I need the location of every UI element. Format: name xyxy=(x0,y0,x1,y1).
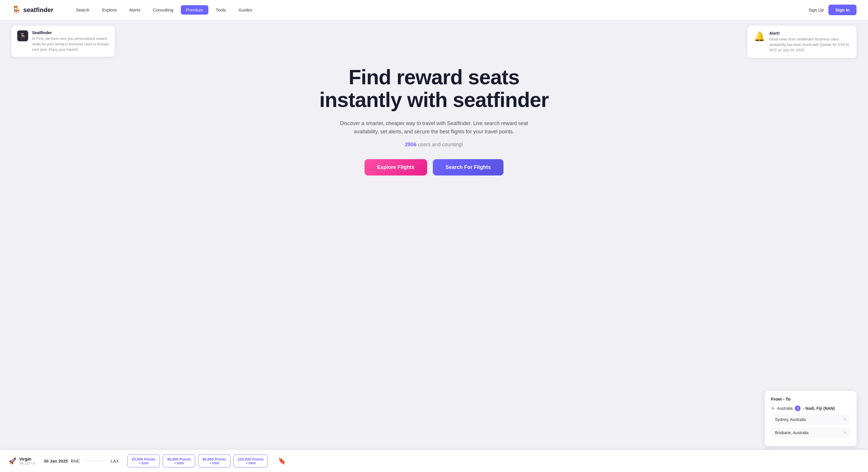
fromto-route-row: ✈ Australia 2 - Nadi, Fiji (NAN) xyxy=(771,405,850,411)
logo[interactable]: 🪑 seatfinder xyxy=(11,5,53,14)
nav-alerts[interactable]: Alerts xyxy=(124,5,146,14)
points-badge-2[interactable]: 40,000 Points + $200 xyxy=(163,454,195,467)
flight-points: 25,000 Points + $150 40,000 Points + $20… xyxy=(127,454,268,467)
points-2-label: 40,000 Points xyxy=(167,457,191,461)
hero-title: Find reward seats instantly with seatfin… xyxy=(319,66,549,111)
signup-link[interactable]: Sign Up xyxy=(809,7,824,12)
fromto-count-badge: 2 xyxy=(795,405,801,411)
notification-left: 🪑 Seatfinder Hi Finn, we have sent you p… xyxy=(11,26,115,57)
airline-icon: 🚀 xyxy=(9,458,17,465)
fromto-location-1-label: Sydney, Australia xyxy=(775,417,806,422)
airline-code: VA 123 • 6 xyxy=(19,461,35,465)
flight-date: 30 Jan 2025 xyxy=(43,459,68,463)
main-content: 🪑 Seatfinder Hi Finn, we have sent you p… xyxy=(0,20,868,472)
logo-text: seatfinder xyxy=(23,6,53,14)
search-flights-button[interactable]: Search For Flights xyxy=(433,159,503,175)
nav-tools[interactable]: Tools xyxy=(211,5,231,14)
fromto-title: From - To xyxy=(771,397,850,401)
route-line xyxy=(84,461,106,461)
notif-right-text: Alert! Great news from Seatfinder! Busin… xyxy=(769,31,850,53)
notif-left-body: Hi Finn, we have sent you personalised r… xyxy=(32,36,109,52)
notif-right-title: Alert! xyxy=(769,31,850,36)
nav-explore[interactable]: Explore xyxy=(97,5,122,14)
nav-links: Search Explore Alerts Consulting Premium… xyxy=(71,5,808,14)
flight-from: BNE xyxy=(71,459,80,463)
points-1-label: 25,000 Points xyxy=(132,457,156,461)
nav-consulting[interactable]: Consulting xyxy=(148,5,179,14)
bell-icon: 🔔 xyxy=(754,31,765,42)
fromto-destination: - Nadi, Fiji (NAN) xyxy=(803,406,834,411)
remove-location-1-button[interactable]: × xyxy=(844,417,846,422)
remove-location-2-button[interactable]: × xyxy=(844,430,846,435)
airline-name: Virgin xyxy=(19,457,35,461)
points-4-cost: + $450 xyxy=(238,461,264,465)
hero-buttons: Explore Flights Search For Flights xyxy=(319,159,549,175)
plane-icon: ✈ xyxy=(771,406,775,411)
flight-card: 🚀 Virgin VA 123 • 6 30 Jan 2025 BNE LAX … xyxy=(0,450,868,472)
flight-to: LAX xyxy=(111,459,119,463)
notification-right: 🔔 Alert! Great news from Seatfinder! Bus… xyxy=(747,26,857,58)
fromto-widget: From - To ✈ Australia 2 - Nadi, Fiji (NA… xyxy=(765,391,857,446)
points-1-cost: + $150 xyxy=(132,461,156,465)
points-3-label: 90,000 Points xyxy=(203,457,226,461)
points-badge-3[interactable]: 90,000 Points + $300 xyxy=(198,454,230,467)
flight-airline: 🚀 Virgin VA 123 • 6 xyxy=(9,457,35,465)
points-badge-4[interactable]: 120,000 Points + $450 xyxy=(234,454,268,467)
user-count-suffix: users and counting! xyxy=(416,142,463,147)
fromto-location-2: Brisbane, Australia × xyxy=(771,427,850,438)
notif-left-text: Seatfinder Hi Finn, we have sent you per… xyxy=(32,30,109,52)
signin-button[interactable]: Sign In xyxy=(828,5,857,15)
hero-count: 2806 users and counting! xyxy=(319,142,549,148)
points-2-cost: + $200 xyxy=(167,461,191,465)
bookmark-icon[interactable]: 🔖 xyxy=(278,458,286,465)
nav-guides[interactable]: Guides xyxy=(234,5,257,14)
points-badge-1[interactable]: 25,000 Points + $150 xyxy=(127,454,160,467)
user-count: 2806 xyxy=(405,142,416,147)
points-3-cost: + $300 xyxy=(203,461,226,465)
nav-actions: Sign Up Sign In xyxy=(809,5,857,15)
fromto-route-label: Australia xyxy=(777,406,793,411)
airline-info: Virgin VA 123 • 6 xyxy=(19,457,35,465)
nav-search[interactable]: Search xyxy=(71,5,95,14)
logo-icon: 🪑 xyxy=(11,5,22,14)
nav-premium[interactable]: Premium xyxy=(181,5,208,14)
hero-subtitle: Discover a smarter, cheaper way to trave… xyxy=(331,119,537,136)
points-4-label: 120,000 Points xyxy=(238,457,264,461)
notif-left-title: Seatfinder xyxy=(32,30,109,35)
fromto-location-2-label: Brisbane, Australia xyxy=(775,430,809,435)
notif-right-body: Great news from Seatfinder! Business cla… xyxy=(769,37,850,53)
hero-title-line2: instantly with seatfinder xyxy=(319,88,549,111)
flight-route: 30 Jan 2025 BNE LAX xyxy=(43,459,119,463)
seatfinder-notif-icon: 🪑 xyxy=(17,30,28,41)
navbar: 🪑 seatfinder Search Explore Alerts Consu… xyxy=(0,0,868,20)
fromto-location-1: Sydney, Australia × xyxy=(771,414,850,425)
explore-flights-button[interactable]: Explore Flights xyxy=(365,159,427,175)
hero-section: Find reward seats instantly with seatfin… xyxy=(319,66,549,193)
hero-title-line1: Find reward seats xyxy=(348,66,519,89)
